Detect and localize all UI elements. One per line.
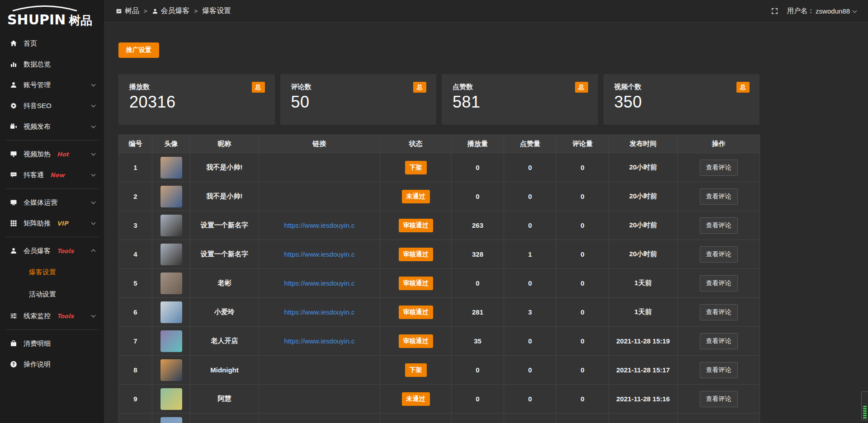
cell-action: 查看评论 bbox=[678, 211, 760, 240]
sidebar-item-label: 线索监控 bbox=[24, 312, 51, 320]
view-comments-button[interactable]: 查看评论 bbox=[700, 217, 738, 234]
video-link[interactable]: https://www.iesdouyin.c bbox=[284, 221, 355, 229]
video-camera-icon bbox=[9, 123, 18, 131]
cell-avatar bbox=[152, 356, 190, 385]
view-comments-button[interactable]: 查看评论 bbox=[700, 275, 738, 291]
sliders-icon bbox=[9, 312, 18, 320]
total-badge: 总 bbox=[413, 82, 426, 93]
sidebar-item-数据总览[interactable]: 数据总览 bbox=[0, 54, 104, 75]
breadcrumb-item-树品[interactable]: 树品 bbox=[116, 6, 139, 16]
table-row: 2我不是小帅!未通过00020小时前查看评论 bbox=[119, 182, 760, 211]
promo-settings-button[interactable]: 推广设置 bbox=[118, 42, 159, 58]
user-menu[interactable]: 用户名：zswodun88 bbox=[787, 7, 856, 15]
video-link[interactable]: https://www.iesdouyin.c bbox=[284, 250, 355, 258]
cell-status: 未通过 bbox=[380, 182, 452, 211]
cell-likes: 0 bbox=[504, 153, 557, 182]
cell-action: 查看评论 bbox=[678, 385, 760, 414]
avatar bbox=[160, 301, 182, 323]
sidebar-item-全媒体运营[interactable]: 全媒体运营 bbox=[0, 192, 104, 213]
chevron-down-icon bbox=[92, 222, 95, 224]
view-comments-button[interactable]: 查看评论 bbox=[700, 391, 738, 407]
sidebar-subitem-爆客设置[interactable]: 爆客设置 bbox=[0, 261, 104, 283]
breadcrumb-label: 树品 bbox=[125, 6, 139, 16]
video-link[interactable]: https://www.iesdouyin.c bbox=[284, 308, 355, 316]
sidebar-divider bbox=[5, 237, 99, 237]
cell-avatar bbox=[152, 153, 190, 182]
cell-nickname: 我不是小帅! bbox=[190, 182, 259, 211]
cell-avatar bbox=[152, 327, 190, 356]
cell-likes: 1 bbox=[504, 240, 557, 269]
cell-avatar bbox=[152, 385, 190, 414]
status-bar bbox=[863, 410, 867, 412]
view-comments-button[interactable]: 查看评论 bbox=[700, 304, 738, 320]
stat-value: 50 bbox=[291, 93, 426, 112]
member-icon bbox=[9, 247, 18, 255]
stat-label: 点赞数 bbox=[453, 83, 587, 91]
floating-status-widget[interactable] bbox=[861, 391, 868, 420]
cell-link bbox=[259, 414, 380, 423]
bar-chart-icon bbox=[9, 61, 18, 68]
sidebar-item-操作说明[interactable]: ?操作说明 bbox=[0, 354, 104, 375]
home-icon bbox=[9, 40, 18, 47]
sidebar-item-矩阵助推[interactable]: 矩阵助推VIP bbox=[0, 213, 104, 234]
video-link[interactable]: https://www.iesdouyin.c bbox=[284, 279, 355, 287]
video-link[interactable]: https://www.iesdouyin.c bbox=[284, 337, 355, 345]
fullscreen-icon[interactable] bbox=[771, 8, 778, 14]
cell-likes: 0 bbox=[504, 385, 557, 414]
cell-avatar bbox=[152, 240, 190, 269]
user-label: 用户名： bbox=[787, 7, 814, 15]
cell-action: 查看评论 bbox=[678, 356, 760, 385]
status-badge: 审核通过 bbox=[399, 306, 433, 319]
cell-status: 审核通过 bbox=[380, 269, 452, 298]
cell-likes: 3 bbox=[504, 298, 557, 327]
breadcrumb-item-会员爆客[interactable]: 会员爆客 bbox=[152, 6, 190, 16]
sidebar-item-label: 账号管理 bbox=[24, 81, 51, 89]
cell-nickname: 阿慧 bbox=[190, 385, 259, 414]
table-header-cell-头像: 头像 bbox=[152, 135, 190, 153]
sidebar-subitem-活动设置[interactable]: 活动设置 bbox=[0, 283, 104, 306]
app-logo[interactable]: SHUPIN树品 bbox=[0, 0, 104, 30]
logo-name: SHUPIN bbox=[7, 12, 66, 28]
sidebar-item-会员爆客[interactable]: 会员爆客Tools bbox=[0, 240, 104, 261]
cell-nickname: 老彬 bbox=[190, 269, 259, 298]
table-header-cell-点赞量: 点赞量 bbox=[504, 135, 557, 153]
table-header-cell-发布时间: 发布时间 bbox=[609, 135, 678, 153]
stat-cards: 播放数20316总评论数50总点赞数581总视频个数350总 bbox=[118, 74, 760, 125]
stat-value: 20316 bbox=[129, 93, 264, 112]
status-badge: 审核通过 bbox=[399, 219, 433, 232]
cell-likes: 0 bbox=[504, 356, 557, 385]
cell-comments bbox=[557, 414, 609, 423]
view-comments-button[interactable]: 查看评论 bbox=[700, 362, 738, 378]
avatar bbox=[160, 215, 182, 236]
sidebar-item-视频加热[interactable]: 视频加热Hot bbox=[0, 144, 104, 164]
sidebar-item-视频发布[interactable]: 视频发布 bbox=[0, 116, 104, 137]
view-comments-button[interactable]: 查看评论 bbox=[700, 333, 738, 349]
cell-plays: 0 bbox=[452, 269, 504, 298]
status-badge: 未通过 bbox=[402, 190, 430, 203]
cell-comments: 0 bbox=[557, 385, 609, 414]
sidebar-item-tag: Tools bbox=[57, 313, 74, 320]
status-badge: 审核通过 bbox=[399, 334, 433, 348]
username: zswodun88 bbox=[816, 7, 850, 15]
cell-time: 1天前 bbox=[609, 298, 678, 327]
view-comments-button[interactable]: 查看评论 bbox=[700, 160, 738, 176]
sidebar-item-抖音SEO[interactable]: 抖音SEO bbox=[0, 95, 104, 116]
sidebar-item-抖客通[interactable]: 抖客通New bbox=[0, 164, 104, 185]
total-badge: 总 bbox=[252, 82, 265, 93]
sidebar-item-账号管理[interactable]: 账号管理 bbox=[0, 75, 104, 95]
screen-icon bbox=[116, 8, 122, 14]
sidebar-item-首页[interactable]: 首页 bbox=[0, 33, 104, 54]
cell-link: https://www.iesdouyin.c bbox=[259, 327, 380, 356]
sidebar-item-消费明细[interactable]: 消费明细 bbox=[0, 333, 104, 354]
sidebar-item-tag: New bbox=[50, 172, 65, 179]
logo-text: SHUPIN树品 bbox=[7, 12, 97, 28]
stat-label: 播放数 bbox=[129, 83, 264, 91]
stat-value: 581 bbox=[453, 93, 587, 112]
table-row: 4设置一个新名字https://www.iesdouyin.c审核通过32810… bbox=[119, 240, 760, 269]
table-header-cell-链接: 链接 bbox=[259, 135, 380, 153]
cell-link bbox=[259, 182, 380, 211]
cell-link: https://www.iesdouyin.c bbox=[259, 240, 380, 269]
view-comments-button[interactable]: 查看评论 bbox=[700, 246, 738, 263]
sidebar-item-线索监控[interactable]: 线索监控Tools bbox=[0, 306, 104, 326]
view-comments-button[interactable]: 查看评论 bbox=[700, 188, 738, 205]
